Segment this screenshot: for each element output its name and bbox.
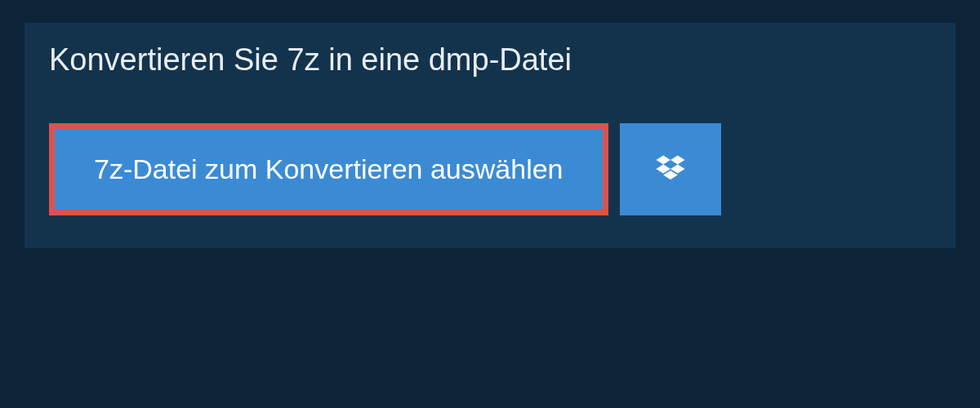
file-select-highlight: 7z-Datei zum Konvertieren auswählen (49, 123, 608, 215)
dropbox-icon (653, 152, 688, 188)
file-select-button[interactable]: 7z-Datei zum Konvertieren auswählen (55, 129, 603, 210)
dropbox-button[interactable] (620, 123, 721, 215)
upload-row: 7z-Datei zum Konvertieren auswählen (24, 123, 956, 215)
converter-panel: Konvertieren Sie 7z in eine dmp-Datei 7z… (24, 23, 956, 248)
page-title: Konvertieren Sie 7z in eine dmp-Datei (24, 23, 596, 100)
